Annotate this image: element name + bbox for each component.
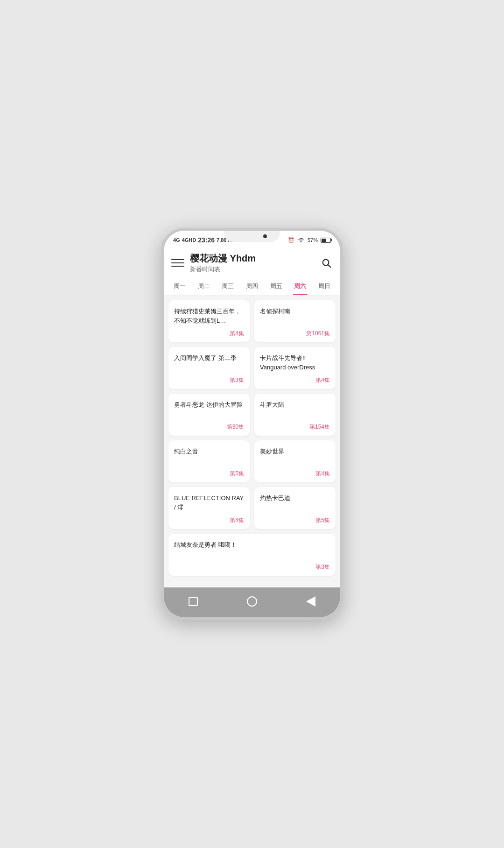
tab-sunday[interactable]: 周日 [312,277,336,295]
anime-episode-3: 第3集 [174,376,244,384]
search-button[interactable] [320,256,333,269]
status-time: 23:26 [198,236,215,244]
anime-episode-7: 第5集 [174,470,244,478]
svg-line-1 [328,265,330,267]
bottom-nav [164,587,340,617]
anime-card-9[interactable]: BLUE REFLECTION RAY / 澪 第4集 [168,487,250,529]
anime-title-6: 斗罗大陆 [260,400,330,410]
app-header: 樱花动漫 Yhdm 新番时间表 [164,247,340,277]
tab-saturday[interactable]: 周六 [288,277,313,295]
wifi-icon [297,237,305,243]
anime-title-10: 灼热卡巴迪 [260,494,330,503]
anime-card-4[interactable]: 卡片战斗先导者!! Vanguard overDress 第4集 [254,347,336,389]
phone-screen: 4G 4GHD 23:26 7.80 KB/s ⏰ 57% [164,231,340,617]
anime-episode-6: 第154集 [260,423,330,431]
phone-frame: 4G 4GHD 23:26 7.80 KB/s ⏰ 57% [161,228,343,620]
anime-title-7: 纯白之音 [174,447,244,456]
square-icon [189,597,198,606]
anime-title-2: 名侦探柯南 [260,307,330,316]
circle-icon [247,596,257,607]
anime-card-5[interactable]: 勇者斗恶龙 达伊的大冒险 第30集 [168,394,250,436]
anime-card-8[interactable]: 美妙世界 第4集 [254,440,336,482]
header-title-area: 樱花动漫 Yhdm 新番时间表 [184,252,320,274]
camera [263,234,267,238]
nav-square-button[interactable] [185,593,202,610]
anime-card-7[interactable]: 纯白之音 第5集 [168,440,250,482]
tab-thursday[interactable]: 周四 [240,277,264,295]
anime-episode-1: 第4集 [174,330,244,338]
anime-content: 持续狩猎史莱姆三百年，不知不觉就练到L… 第4集 名侦探柯南 第1061集 入间… [164,296,340,587]
anime-title-8: 美妙世界 [260,447,330,456]
menu-button[interactable] [171,256,184,269]
battery-icon [321,238,331,243]
tab-wednesday[interactable]: 周三 [216,277,240,295]
tab-monday[interactable]: 周一 [168,277,192,295]
signal-4g: 4G [173,237,180,243]
signal-4ghd: 4GHD [182,237,196,243]
nav-home-button[interactable] [244,593,260,610]
anime-card-6[interactable]: 斗罗大陆 第154集 [254,394,336,436]
anime-episode-10: 第5集 [260,516,330,524]
tab-friday[interactable]: 周五 [264,277,288,295]
anime-card-3[interactable]: 入间同学入魔了 第二季 第3集 [168,347,250,389]
triangle-icon [306,596,315,607]
status-right: ⏰ 57% [288,237,331,243]
anime-card-11[interactable]: 结城友奈是勇者 哦噶！ 第3集 [168,534,336,576]
app-title: 樱花动漫 Yhdm [190,252,314,265]
anime-title-11: 结城友奈是勇者 哦噶！ [174,540,330,550]
anime-title-9: BLUE REFLECTION RAY / 澪 [174,494,244,512]
anime-title-5: 勇者斗恶龙 达伊的大冒险 [174,400,244,410]
anime-title-1: 持续狩猎史莱姆三百年，不知不觉就练到L… [174,307,244,325]
anime-grid: 持续狩猎史莱姆三百年，不知不觉就练到L… 第4集 名侦探柯南 第1061集 入间… [168,300,336,576]
anime-episode-4: 第4集 [260,376,330,384]
anime-episode-11: 第3集 [174,563,330,571]
alarm-icon: ⏰ [288,237,294,243]
anime-episode-5: 第30集 [174,423,244,431]
anime-card-1[interactable]: 持续狩猎史莱姆三百年，不知不觉就练到L… 第4集 [168,300,250,342]
anime-episode-2: 第1061集 [260,330,330,338]
anime-episode-9: 第4集 [174,516,244,524]
notch [224,231,280,242]
tab-tuesday[interactable]: 周二 [192,277,216,295]
anime-title-4: 卡片战斗先导者!! Vanguard overDress [260,353,330,372]
anime-title-3: 入间同学入魔了 第二季 [174,353,244,363]
anime-episode-8: 第4集 [260,470,330,478]
nav-back-button[interactable] [302,593,319,610]
anime-card-10[interactable]: 灼热卡巴迪 第5集 [254,487,336,529]
tab-bar: 周一 周二 周三 周四 周五 周六 周日 [164,277,340,296]
anime-card-2[interactable]: 名侦探柯南 第1061集 [254,300,336,342]
battery-percent: 57% [308,237,318,243]
app-subtitle: 新番时间表 [190,265,314,274]
